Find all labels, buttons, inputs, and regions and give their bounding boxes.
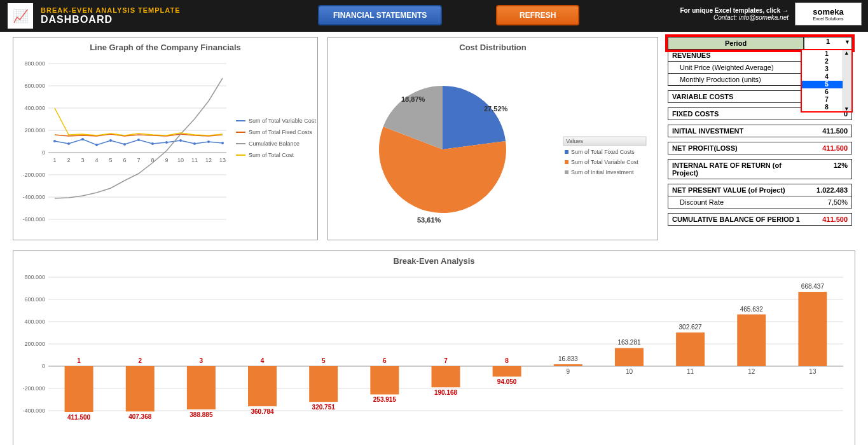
svg-rect-111 bbox=[798, 292, 827, 366]
period-selector-row: Period 1 ▼ 1 2 3 4 5 6 7 8 bbox=[668, 37, 852, 50]
svg-point-26 bbox=[193, 142, 196, 145]
svg-text:400.000: 400.000 bbox=[24, 105, 45, 111]
svg-text:4: 4 bbox=[95, 157, 98, 163]
svg-rect-75 bbox=[65, 366, 93, 412]
svg-text:7: 7 bbox=[137, 157, 140, 163]
svg-text:13: 13 bbox=[809, 368, 816, 375]
svg-point-19 bbox=[95, 144, 98, 146]
svg-text:320.751: 320.751 bbox=[312, 404, 336, 411]
svg-text:-600.000: -600.000 bbox=[22, 216, 45, 222]
svg-text:411.500: 411.500 bbox=[67, 414, 91, 421]
svg-text:9: 9 bbox=[165, 157, 168, 163]
net-profit-value: 411.500 bbox=[804, 142, 851, 154]
svg-text:1: 1 bbox=[53, 157, 56, 163]
template-name: BREAK-EVEN ANALYSIS TEMPLATE bbox=[41, 6, 181, 14]
svg-text:-200.000: -200.000 bbox=[22, 385, 45, 392]
svg-text:302.627: 302.627 bbox=[679, 324, 703, 331]
initial-inv-label: INITIAL INVESTMENT bbox=[668, 125, 804, 137]
svg-text:2: 2 bbox=[138, 357, 142, 364]
svg-text:190.168: 190.168 bbox=[434, 389, 458, 396]
svg-rect-90 bbox=[370, 366, 399, 394]
period-dropdown[interactable]: 1 ▼ 1 2 3 4 5 6 7 8 bbox=[804, 38, 851, 49]
svg-point-27 bbox=[207, 140, 210, 143]
svg-text:53,61%: 53,61% bbox=[417, 216, 441, 224]
npv-value: 1.022.483 bbox=[804, 184, 851, 196]
svg-text:668.437: 668.437 bbox=[801, 283, 825, 290]
svg-text:5: 5 bbox=[109, 157, 112, 163]
svg-text:5: 5 bbox=[322, 357, 326, 364]
svg-text:Sum of Total Cost: Sum of Total Cost bbox=[249, 152, 294, 158]
app-logo-icon: 📈 bbox=[8, 3, 33, 29]
svg-text:0: 0 bbox=[42, 149, 45, 156]
svg-text:1: 1 bbox=[77, 357, 81, 364]
svg-text:Values: Values bbox=[566, 138, 583, 144]
svg-text:27,52%: 27,52% bbox=[484, 105, 508, 113]
discount-label: Discount Rate bbox=[668, 196, 804, 208]
svg-rect-93 bbox=[432, 366, 460, 387]
svg-text:-400.000: -400.000 bbox=[22, 194, 45, 200]
irr-label: INTERNAL RATE OF RETURN (of Project) bbox=[668, 160, 804, 179]
svg-rect-99 bbox=[554, 364, 582, 366]
svg-point-23 bbox=[151, 142, 154, 145]
bar-chart: 800.000600.000400.000 200.0000-200.000-4… bbox=[13, 271, 853, 445]
svg-text:600.000: 600.000 bbox=[24, 296, 45, 303]
svg-point-21 bbox=[123, 143, 126, 146]
svg-text:3: 3 bbox=[81, 157, 84, 163]
svg-text:18,87%: 18,87% bbox=[401, 95, 425, 103]
svg-text:388.885: 388.885 bbox=[189, 411, 213, 418]
svg-rect-108 bbox=[737, 315, 766, 366]
svg-text:11: 11 bbox=[687, 368, 694, 375]
svg-rect-87 bbox=[309, 366, 338, 402]
svg-text:163.281: 163.281 bbox=[617, 339, 641, 346]
svg-point-17 bbox=[67, 142, 70, 145]
pie-chart-title: Cost Distribution bbox=[328, 38, 658, 57]
unit-price-label: Unit Price (Weighted Average) bbox=[668, 62, 804, 73]
line-chart-title: Line Graph of the Company Financials bbox=[13, 38, 317, 57]
svg-point-25 bbox=[179, 139, 182, 142]
svg-text:10: 10 bbox=[626, 368, 633, 375]
bar-chart-title: Break-Even Analysis bbox=[13, 251, 855, 271]
svg-text:12: 12 bbox=[748, 368, 755, 375]
dropdown-scrollbar[interactable] bbox=[843, 50, 851, 111]
initial-inv-value: 411.500 bbox=[804, 125, 851, 137]
someka-logo[interactable]: someka Excel Solutions bbox=[795, 3, 862, 25]
cumbal-label: CUMULATIVE BALANCE OF PERIOD 1 bbox=[668, 214, 804, 225]
svg-text:94.050: 94.050 bbox=[497, 378, 517, 385]
svg-text:800.000: 800.000 bbox=[24, 60, 45, 67]
svg-point-16 bbox=[53, 140, 56, 142]
line-chart-panel: Line Graph of the Company Financials 800… bbox=[13, 37, 318, 240]
svg-text:800.000: 800.000 bbox=[24, 274, 45, 280]
svg-rect-78 bbox=[126, 366, 155, 411]
variable-costs-label: VARIABLE COSTS bbox=[668, 91, 804, 102]
svg-text:12: 12 bbox=[205, 157, 212, 163]
svg-text:9: 9 bbox=[567, 368, 570, 375]
svg-text:Sum of Total Fixed Costs: Sum of Total Fixed Costs bbox=[571, 149, 635, 155]
svg-text:11: 11 bbox=[191, 157, 198, 163]
metrics-panel: Period 1 ▼ 1 2 3 4 5 6 7 8 REVENUES Unit… bbox=[668, 37, 852, 240]
refresh-button[interactable]: REFRESH bbox=[496, 5, 579, 25]
svg-text:7: 7 bbox=[444, 357, 448, 364]
period-label: Period bbox=[668, 38, 804, 49]
svg-text:10: 10 bbox=[177, 157, 184, 163]
svg-text:400.000: 400.000 bbox=[24, 318, 45, 325]
svg-rect-84 bbox=[248, 366, 277, 406]
templates-link[interactable]: For unique Excel templates, click → bbox=[680, 7, 789, 14]
monthly-prod-label: Monthly Production (units) bbox=[668, 74, 804, 85]
svg-text:Sum of Initial Investment: Sum of Initial Investment bbox=[571, 169, 634, 175]
svg-text:200.000: 200.000 bbox=[24, 341, 45, 347]
svg-text:465.632: 465.632 bbox=[740, 306, 764, 313]
svg-text:360.784: 360.784 bbox=[251, 408, 274, 415]
svg-point-28 bbox=[221, 142, 224, 144]
svg-text:13: 13 bbox=[219, 157, 226, 163]
chevron-down-icon: ▼ bbox=[844, 39, 850, 45]
period-dropdown-list[interactable]: 1 2 3 4 5 6 7 8 bbox=[801, 49, 853, 113]
svg-text:3: 3 bbox=[200, 357, 203, 364]
svg-text:2: 2 bbox=[67, 157, 70, 163]
net-profit-label: NET PROFIT(LOSS) bbox=[668, 142, 804, 154]
svg-rect-105 bbox=[676, 332, 705, 366]
page-title: DASHBOARD bbox=[41, 14, 181, 25]
title-block: BREAK-EVEN ANALYSIS TEMPLATE DASHBOARD bbox=[41, 6, 181, 25]
financial-statements-button[interactable]: FINANCIAL STATEMENTS bbox=[318, 5, 442, 25]
header-right: For unique Excel templates, click → Cont… bbox=[680, 3, 862, 25]
svg-rect-57 bbox=[565, 160, 568, 164]
